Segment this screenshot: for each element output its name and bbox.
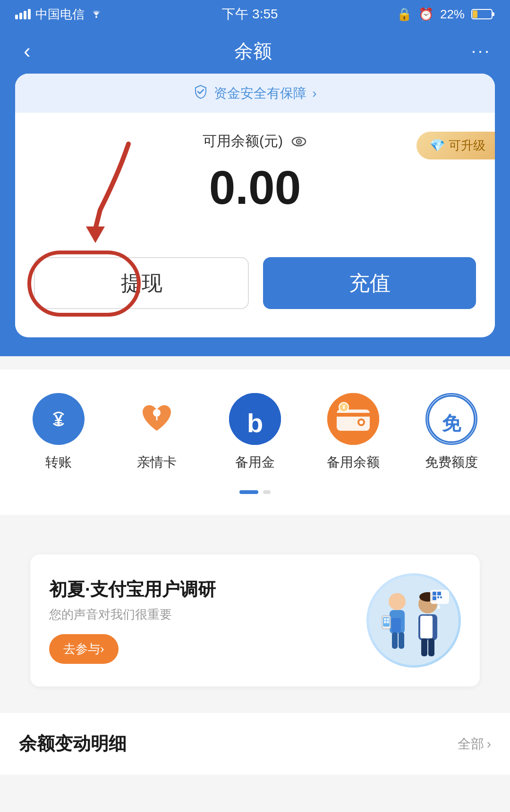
survey-title: 初夏·支付宝用户调研 <box>49 578 216 602</box>
svg-rect-3 <box>473 10 477 18</box>
section-gap-1 <box>0 356 510 369</box>
features-row: ¥ 转账 亲情卡 <box>0 393 510 490</box>
main-card: 资金安全有保障 › 可用余额(元) 💎 可升级 0.00 <box>0 74 510 356</box>
page-title: 余额 <box>234 38 272 64</box>
svg-rect-34 <box>399 632 404 649</box>
feature-reserve-balance[interactable]: ¥ 备用余额 <box>315 393 391 471</box>
feature-family[interactable]: 亲情卡 <box>119 393 195 471</box>
eye-icon[interactable] <box>290 133 307 150</box>
transaction-header: 余额变动明细 全部 › <box>19 732 491 756</box>
security-chevron: › <box>312 86 316 101</box>
carrier-label: 中国电信 <box>35 6 85 23</box>
svg-rect-16 <box>337 413 370 417</box>
balance-label-row: 可用余额(元) <box>34 132 476 151</box>
scroll-dot-active <box>239 490 258 494</box>
security-label: 资金安全有保障 <box>214 84 306 102</box>
lock-icon: 🔒 <box>397 7 412 22</box>
svg-rect-15 <box>337 410 370 431</box>
section-gap-2 <box>0 515 510 528</box>
svg-rect-29 <box>384 618 386 620</box>
svg-rect-41 <box>428 638 434 656</box>
family-label: 亲情卡 <box>137 453 177 471</box>
free-limit-label: 免费额度 <box>425 453 478 471</box>
scroll-dot-1 <box>263 490 271 494</box>
svg-rect-31 <box>384 621 386 623</box>
signal-icon <box>15 9 31 19</box>
topup-button[interactable]: 充值 <box>263 257 476 309</box>
svg-point-11 <box>153 409 161 417</box>
chevron-right-icon: › <box>487 737 491 752</box>
action-buttons: 提现 充值 <box>15 234 495 337</box>
withdraw-button[interactable]: 提现 <box>34 257 249 309</box>
status-bar: 中国电信 下午 3:55 🔒 ⏰ 22% <box>0 0 510 28</box>
alarm-icon: ⏰ <box>418 7 434 22</box>
more-button[interactable]: ··· <box>471 41 491 61</box>
page-header: ‹ 余额 ··· <box>0 28 510 74</box>
scroll-indicator <box>0 490 510 505</box>
transaction-title: 余额变动明细 <box>19 732 127 756</box>
transfer-icon: ¥ <box>33 393 85 445</box>
svg-rect-40 <box>421 638 427 656</box>
wifi-icon <box>89 7 103 22</box>
svg-rect-26 <box>391 618 401 632</box>
svg-text:¥: ¥ <box>342 404 346 410</box>
reserve-label: 备用金 <box>235 453 275 471</box>
back-button[interactable]: ‹ <box>19 34 35 67</box>
svg-rect-47 <box>440 596 442 598</box>
free-limit-icon: 免 <box>425 393 477 445</box>
diamond-icon: 💎 <box>430 138 445 153</box>
svg-rect-46 <box>437 596 439 598</box>
status-left: 中国电信 <box>15 6 103 23</box>
svg-rect-44 <box>437 592 441 595</box>
transfer-label: 转账 <box>45 453 72 471</box>
security-banner[interactable]: 资金安全有保障 › <box>15 74 495 113</box>
survey-subtitle: 您的声音对我们很重要 <box>49 606 216 623</box>
upgrade-badge[interactable]: 💎 可升级 <box>416 132 495 159</box>
svg-point-24 <box>389 593 406 610</box>
feature-reserve[interactable]: b 备用金 <box>217 393 293 471</box>
svg-point-6 <box>298 141 300 142</box>
battery-icon <box>471 8 495 20</box>
status-time: 下午 3:55 <box>222 5 278 23</box>
white-card: 资金安全有保障 › 可用余额(元) 💎 可升级 0.00 <box>15 74 495 337</box>
svg-point-18 <box>359 420 363 424</box>
feature-free-limit[interactable]: 免 免费额度 <box>414 393 489 471</box>
family-icon <box>131 393 183 445</box>
shield-icon <box>193 84 208 102</box>
svg-text:b: b <box>247 408 263 438</box>
survey-button[interactable]: 去参与› <box>49 634 119 664</box>
balance-amount: 0.00 <box>34 160 476 234</box>
features-section: ¥ 转账 亲情卡 <box>0 369 510 515</box>
battery-label: 22% <box>440 7 465 22</box>
status-right: 🔒 ⏰ 22% <box>397 7 495 22</box>
balance-section: 可用余额(元) 💎 可升级 0.00 <box>15 113 495 234</box>
svg-rect-2 <box>492 12 494 16</box>
svg-text:免: 免 <box>442 413 461 434</box>
transaction-section: 余额变动明细 全部 › <box>0 713 510 775</box>
svg-rect-32 <box>387 621 389 623</box>
svg-rect-43 <box>433 592 436 595</box>
svg-rect-33 <box>392 632 398 649</box>
reserve-icon: b <box>229 393 281 445</box>
survey-wrapper: 初夏·支付宝用户调研 您的声音对我们很重要 去参与› <box>0 528 510 713</box>
feature-transfer[interactable]: ¥ 转账 <box>21 393 96 471</box>
svg-rect-45 <box>433 596 436 600</box>
upgrade-label: 可升级 <box>449 137 485 154</box>
survey-banner[interactable]: 初夏·支付宝用户调研 您的声音对我们很重要 去参与› <box>30 554 480 686</box>
svg-rect-39 <box>423 616 433 638</box>
transaction-all-button[interactable]: 全部 › <box>458 735 491 753</box>
survey-left: 初夏·支付宝用户调研 您的声音对我们很重要 去参与› <box>49 578 216 664</box>
reserve-balance-label: 备用余额 <box>327 453 380 471</box>
reserve-balance-icon: ¥ <box>327 393 379 445</box>
svg-rect-30 <box>387 618 389 620</box>
svg-point-0 <box>95 16 97 18</box>
survey-image <box>366 573 461 668</box>
balance-label: 可用余额(元) <box>203 132 283 151</box>
